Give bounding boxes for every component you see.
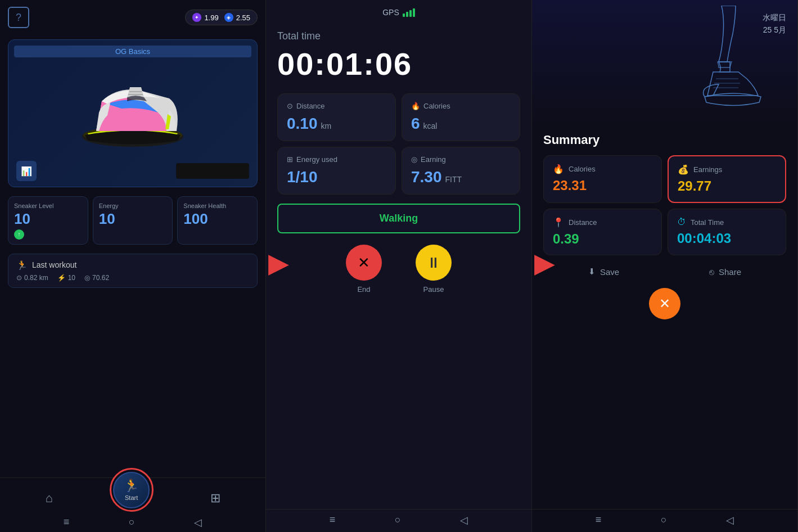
sys-home-icon-p2[interactable]: ○ [395,514,401,526]
workout-time-section: Total time 00:01:06 ⊙ Distance 0.10 km 🔥… [266,25,531,509]
distance-value: 0.10 [287,115,318,133]
earnings-sum-icon: 💰 [678,164,689,175]
shoe-area: 水曜日 25 5月 [532,0,797,124]
earning-unit: FITT [445,175,462,184]
start-button[interactable]: 🏃 Start [113,472,150,508]
sys-menu-icon[interactable]: ≡ [64,516,70,529]
earning-value: 7.30 [411,168,442,186]
close-icon: ✕ [659,296,670,312]
nav-home-icon[interactable]: ⌂ [45,491,52,506]
lw-earning: ◎ 70.62 [84,274,109,282]
lw-energy-value: 10 [68,274,75,282]
energy-used-title: ⊞ Energy used [287,155,386,164]
distance-sum-icon: 📍 [553,217,564,228]
sys-home-icon-p3[interactable]: ○ [661,514,667,526]
system-nav-bar-p2: ≡ ○ ◁ [266,509,531,532]
sneaker-health-label: Sneaker Health [183,202,251,209]
action-buttons: ✕ End ⏸ Pause [277,245,520,294]
calories-sum-icon: 🔥 [553,164,564,174]
gps-bar-3 [409,10,412,17]
start-button-wrap: 🏃 Start [110,485,154,512]
earning-card: ◎ Earning 7.30 FITT [402,147,520,195]
gps-bar-2 [406,12,408,17]
main-header: ? ✦ 1.99 ◈ 2.55 [0,0,265,35]
sneaker-level-value: 10 [14,211,82,226]
summary-title: Summary [543,133,786,147]
panel-main: ? ✦ 1.99 ◈ 2.55 OG Basics [0,0,266,532]
lw-distance-value: 0.82 km [24,274,48,282]
sys-back-icon[interactable]: ◁ [194,516,202,529]
pause-button[interactable]: ⏸ [416,245,452,281]
end-button[interactable]: ✕ [346,245,382,281]
token2-item: ◈ 2.55 [224,13,250,22]
token-display: ✦ 1.99 ◈ 2.55 [185,10,258,25]
summary-time-card: ⏱ Total Time 00:04:03 [668,209,786,255]
token1-item: ✦ 1.99 [192,13,218,22]
start-label: Start [125,494,138,501]
share-action[interactable]: ⎋ Share [709,267,741,277]
gps-bar-4 [413,8,415,17]
earning-title: ◎ Earning [411,155,511,164]
nav-grid-icon[interactable]: ⊞ [210,491,220,506]
calories-icon: 🔥 [411,102,420,110]
earning-icon: ◎ [411,155,417,164]
question-icon: ? [16,12,21,24]
calories-unit: kcal [423,121,438,130]
summary-grid: 🔥 Calories 23.31 💰 Earnings 29.77 📍 Dist… [543,155,786,255]
energy-used-card: ⊞ Energy used 1/10 [277,147,396,195]
save-icon: ⬇ [588,267,596,277]
gps-bar: GPS [266,0,531,25]
lw-distance-icon: ⊙ [16,274,22,282]
distance-unit: km [321,121,332,130]
chart-icon-button[interactable]: 📊 [16,161,37,181]
panel-workout: GPS Total time 00:01:06 ⊙ Distance 0.10 … [266,0,532,532]
sys-menu-icon-p2[interactable]: ≡ [330,514,336,526]
save-label: Save [600,267,619,277]
sys-back-icon-p2[interactable]: ◁ [460,514,468,526]
sneaker-name-bar [176,163,249,179]
summary-earnings-card: 💰 Earnings 29.77 [668,155,786,203]
arrow-1: ▶ [268,250,289,277]
gps-bar-1 [403,13,405,17]
total-time-value: 00:01:06 [277,46,520,82]
sneaker-health-value: 100 [183,211,251,226]
panel-summary: 水曜日 25 5月 Summary [532,0,798,532]
earnings-sum-value: 29.77 [678,178,776,194]
walking-mode-button[interactable]: Walking [277,204,520,233]
token2-value: 2.55 [236,13,250,22]
lw-earning-value: 70.62 [92,274,109,282]
last-workout-box: 🏃 Last workout ⊙ 0.82 km ⚡ 10 ◎ 70.62 [8,254,258,288]
sys-menu-icon-p3[interactable]: ≡ [596,514,602,526]
calories-sum-label: Calories [569,165,596,173]
token2-icon: ◈ [224,13,233,22]
energy-used-value: 1/10 [287,168,318,186]
calories-title: 🔥 Calories [411,102,511,110]
save-action[interactable]: ⬇ Save [588,267,619,277]
sneaker-svg [71,70,195,149]
close-button[interactable]: ✕ [649,288,680,319]
summary-time-header: ⏱ Total Time [677,217,777,227]
system-nav-bar-p3: ≡ ○ ◁ [532,509,797,532]
share-label: Share [719,267,741,277]
lw-earning-icon: ◎ [84,274,90,282]
total-time-label: Total time [277,30,520,42]
summary-calories-card: 🔥 Calories 23.31 [543,155,662,203]
sys-back-icon-p3[interactable]: ◁ [726,514,734,526]
arrow-2: ▶ [534,250,555,277]
distance-icon: ⊙ [287,102,293,110]
energy-box: Energy 10 [93,196,173,245]
shoe-leg-svg [674,6,786,118]
end-x-icon: ✕ [358,254,370,272]
pause-label: Pause [423,285,444,294]
energy-used-icon: ⊞ [287,155,293,164]
distance-sum-label: Distance [569,218,597,227]
close-button-wrap: ✕ [543,288,786,319]
earning-value-row: 7.30 FITT [411,168,511,186]
lw-energy-icon: ⚡ [57,274,66,282]
sys-home-icon[interactable]: ○ [129,516,135,529]
calories-card: 🔥 Calories 6 kcal [402,93,520,141]
menu-icon-box[interactable]: ? [8,7,29,28]
workout-icon: 🏃 [16,260,28,270]
summary-actions: ⬇ Save ⎋ Share [543,267,786,277]
metrics-grid: ⊙ Distance 0.10 km 🔥 Calories 6 kcal [277,93,520,195]
